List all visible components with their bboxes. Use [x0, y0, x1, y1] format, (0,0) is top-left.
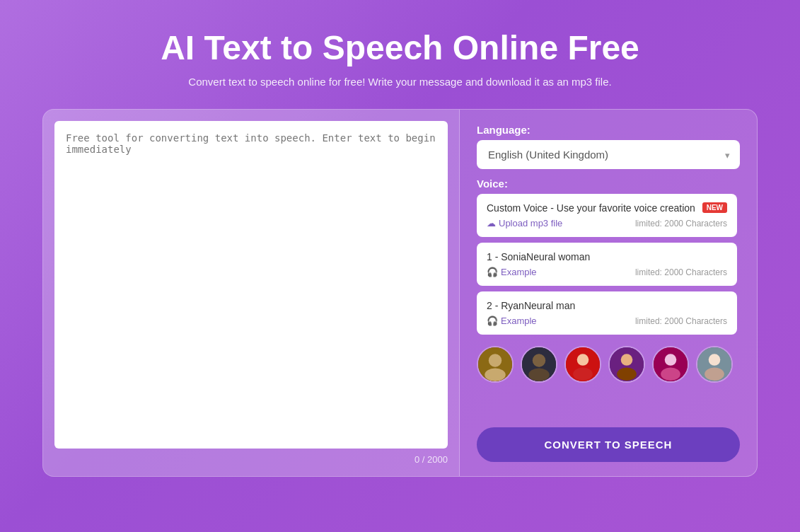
svg-point-1 [489, 354, 502, 366]
svg-point-5 [528, 369, 550, 381]
svg-point-8 [573, 368, 593, 381]
headphone-icon-ryan [487, 316, 498, 326]
language-select-wrapper: English (United Kingdom) English (United… [477, 140, 740, 169]
headphone-icon-sonia [487, 267, 498, 277]
svg-point-2 [485, 369, 506, 381]
language-label: Language: [477, 124, 740, 136]
voice-name-sonia: 1 - SoniaNeural woman [487, 251, 727, 262]
new-badge: NEW [702, 202, 727, 213]
avatar-row [477, 346, 740, 383]
language-section: Language: English (United Kingdom) Engli… [477, 124, 740, 169]
voice-name-ryan: 2 - RyanNeural man [487, 300, 727, 311]
avatar-2[interactable] [521, 346, 557, 383]
avatar-1[interactable] [477, 346, 514, 383]
voice-section: Voice: Custom Voice - Use your favorite … [477, 178, 740, 335]
language-select[interactable]: English (United Kingdom) English (United… [477, 140, 740, 169]
avatar-4[interactable] [608, 346, 645, 383]
svg-point-11 [617, 368, 637, 381]
voice-card-sonia[interactable]: 1 - SoniaNeural woman Example limited: 2… [477, 243, 737, 286]
voice-card-ryan[interactable]: 2 - RyanNeural man Example limited: 2000… [477, 291, 737, 335]
svg-point-17 [705, 368, 724, 381]
left-panel: 0 / 2000 [43, 110, 460, 476]
char-count: 0 / 2000 [54, 454, 448, 465]
voice-limit-ryan: limited: 2000 Characters [635, 316, 727, 326]
right-panel: Language: English (United Kingdom) Engli… [460, 110, 757, 476]
example-link-ryan[interactable]: Example [487, 316, 537, 326]
svg-point-7 [577, 354, 589, 366]
main-container: 0 / 2000 Language: English (United Kingd… [42, 109, 758, 477]
upload-icon [487, 218, 496, 229]
voice-limit-sonia: limited: 2000 Characters [635, 267, 727, 277]
svg-point-10 [621, 354, 633, 366]
avatar-3[interactable] [564, 346, 601, 383]
voice-name-custom: Custom Voice - Use your favorite voice c… [487, 202, 697, 214]
svg-point-4 [533, 354, 545, 366]
avatar-5[interactable] [652, 346, 689, 383]
voice-limit-custom: limited: 2000 Characters [635, 219, 727, 229]
convert-to-speech-button[interactable]: CONVERT TO SPEECH [477, 427, 740, 462]
example-link-sonia[interactable]: Example [487, 267, 537, 277]
text-input[interactable] [54, 121, 448, 449]
avatar-6[interactable] [696, 346, 733, 383]
voice-list: Custom Voice - Use your favorite voice c… [477, 194, 740, 335]
page-title: AI Text to Speech Online Free [14, 28, 786, 67]
svg-point-16 [709, 354, 721, 366]
upload-mp3-link[interactable]: Upload mp3 file [487, 218, 562, 229]
voice-label: Voice: [477, 178, 740, 190]
svg-point-13 [665, 354, 677, 366]
svg-point-14 [661, 368, 680, 381]
page-subtitle: Convert text to speech online for free! … [14, 76, 786, 88]
voice-card-custom[interactable]: Custom Voice - Use your favorite voice c… [477, 194, 737, 237]
page-header: AI Text to Speech Online Free Convert te… [0, 0, 800, 109]
